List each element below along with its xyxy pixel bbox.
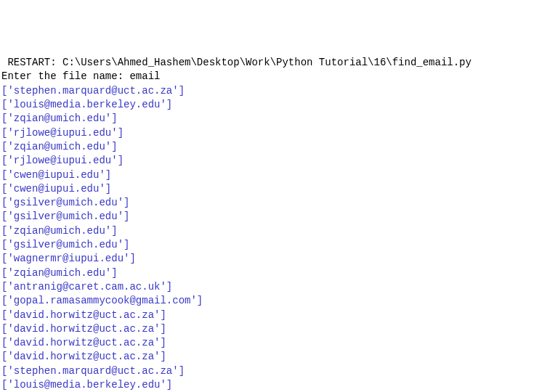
output-line: ['zqian@umich.edu'] — [1, 266, 558, 280]
output-line: ['zqian@umich.edu'] — [1, 112, 558, 126]
output-line: ['david.horwitz@uct.ac.za'] — [1, 336, 558, 350]
prompt-line: Enter the file name: email — [1, 70, 558, 83]
output-line: ['stephen.marquard@uct.ac.za'] — [1, 364, 558, 378]
output-line: ['rjlowe@iupui.edu'] — [1, 154, 558, 168]
user-input: email — [129, 70, 160, 82]
output-line: ['gopal.ramasammycook@gmail.com'] — [1, 294, 558, 308]
output-container: ['stephen.marquard@uct.ac.za']['louis@me… — [1, 84, 558, 392]
output-line: ['david.horwitz@uct.ac.za'] — [1, 322, 558, 336]
output-line: ['louis@media.berkeley.edu'] — [1, 98, 558, 112]
output-line: ['gsilver@umich.edu'] — [1, 238, 558, 252]
output-line: ['stephen.marquard@uct.ac.za'] — [1, 84, 558, 98]
output-line: ['zqian@umich.edu'] — [1, 140, 558, 154]
restart-label: RESTART: — [1, 57, 62, 68]
restart-line: RESTART: C:\Users\Ahmed_Hashem\Desktop\W… — [1, 56, 558, 70]
output-line: ['david.horwitz@uct.ac.za'] — [1, 350, 558, 364]
output-line: ['gsilver@umich.edu'] — [1, 196, 558, 210]
output-line: ['rjlowe@iupui.edu'] — [1, 126, 558, 140]
prompt-text: Enter the file name: — [1, 70, 129, 82]
output-line: ['gsilver@umich.edu'] — [1, 210, 558, 224]
output-line: ['cwen@iupui.edu'] — [1, 182, 558, 196]
output-line: ['antranig@caret.cam.ac.uk'] — [1, 280, 558, 294]
output-line: ['louis@media.berkeley.edu'] — [1, 378, 558, 392]
output-line: ['cwen@iupui.edu'] — [1, 168, 558, 182]
output-line: ['zqian@umich.edu'] — [1, 224, 558, 238]
restart-path: C:\Users\Ahmed_Hashem\Desktop\Work\Pytho… — [62, 57, 472, 68]
output-line: ['wagnermr@iupui.edu'] — [1, 252, 558, 266]
output-line: ['david.horwitz@uct.ac.za'] — [1, 309, 558, 322]
